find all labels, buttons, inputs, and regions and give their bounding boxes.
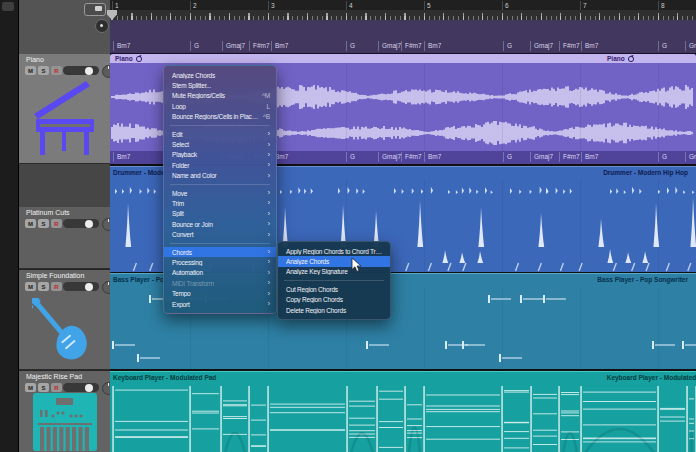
menu-item-bounce-or-join[interactable]: Bounce or Join› — [164, 219, 276, 229]
menu-divider — [170, 184, 270, 185]
menu-item-stem-splitter[interactable]: Stem Splitter... — [164, 80, 276, 90]
menu-item-move[interactable]: Move› — [164, 188, 276, 198]
menu-item-edit[interactable]: Edit› — [164, 129, 276, 139]
track-name: Piano — [26, 56, 44, 63]
menu-item-convert[interactable]: Convert› — [164, 229, 276, 239]
bass-guitar-icon — [32, 298, 98, 368]
volume-knob[interactable] — [85, 283, 93, 291]
menu-item-label: Stem Splitter... — [172, 82, 270, 89]
menu-item-tempo[interactable]: Tempo› — [164, 288, 276, 298]
solo-button[interactable]: S — [38, 219, 49, 228]
track-header-options-button[interactable] — [95, 19, 109, 33]
solo-button[interactable]: S — [38, 282, 49, 291]
menu-item-label: Select — [172, 141, 264, 148]
chord-label: F#m7 — [401, 41, 422, 51]
menu-item-label: Processing — [172, 259, 264, 266]
chord-track[interactable]: Bm7GGmaj7F#m7Bm7GGmaj7F#m7Bm7GGmaj7F#m7B… — [110, 20, 696, 54]
mute-button[interactable]: M — [25, 282, 36, 291]
submenu-item-delete-region-chords[interactable]: Delete Region Chords — [278, 305, 390, 315]
submenu-item-cut-region-chords[interactable]: Cut Region Chords — [278, 284, 390, 294]
volume-knob[interactable] — [85, 67, 93, 75]
menu-item-label: Delete Region Chords — [286, 307, 384, 314]
menu-item-select[interactable]: Select› — [164, 139, 276, 149]
menu-item-bounce-regions-cells-in-place[interactable]: Bounce Regions/Cells in Place...^B — [164, 112, 276, 122]
record-button[interactable]: R — [51, 282, 62, 291]
submenu-arrow-icon: › — [268, 151, 270, 159]
menu-item-automation[interactable]: Automation› — [164, 268, 276, 278]
menu-item-shortcut: L — [267, 103, 270, 110]
menu-item-label: Export — [172, 301, 264, 308]
submenu-item-analyze-chords[interactable]: Analyze Chords — [278, 256, 390, 266]
submenu-arrow-icon: › — [268, 220, 270, 228]
volume-slider[interactable] — [63, 219, 99, 228]
keyboard-region[interactable]: Keyboard Player - Modulated Pad Keyboard… — [110, 371, 696, 452]
submenu-arrow-icon: › — [268, 290, 270, 298]
menu-item-processing[interactable]: Processing› — [164, 257, 276, 267]
track-header-simple-foundation[interactable]: Simple FoundationMSR — [19, 270, 110, 370]
menu-item-shortcut: ^M — [262, 92, 270, 99]
submenu-item-copy-region-chords[interactable]: Copy Region Chords — [278, 295, 390, 305]
pan-tick — [108, 219, 110, 222]
ruler-bar-number: 8 — [658, 1, 665, 10]
logic-pro-arrange-window: PianoMSRPlatinum CutsMSRSimple Foundatio… — [0, 0, 696, 452]
chord-label: Gmaj7 — [378, 41, 401, 51]
ruler-bar-numbers[interactable]: 12345678 — [110, 0, 696, 10]
menu-item-label: Folder — [172, 162, 264, 169]
chord-label: Gmaj7 — [530, 152, 553, 162]
menu-item-name-and-color[interactable]: Name and Color› — [164, 171, 276, 181]
track-controls: MSR — [25, 66, 62, 75]
menu-item-midi-transform[interactable]: MIDI Transform› — [164, 278, 276, 288]
left-rail — [0, 0, 19, 452]
submenu-item-analyze-key-signature[interactable]: Analyze Key Signature — [278, 267, 390, 277]
volume-knob[interactable] — [85, 220, 93, 228]
record-button[interactable]: R — [51, 66, 62, 75]
track-header-piano[interactable]: PianoMSR — [19, 54, 110, 164]
chord-label: Gmaj7 — [378, 152, 401, 162]
piano-region-label: Piano — [115, 54, 143, 63]
menu-item-analyze-chords[interactable]: Analyze Chords — [164, 70, 276, 80]
track-controls: MSR — [25, 282, 62, 291]
track-name: Simple Foundation — [26, 272, 84, 279]
mute-button[interactable]: M — [25, 66, 36, 75]
ruler-bar-number: 3 — [268, 1, 275, 10]
submenu-arrow-icon: › — [268, 172, 270, 180]
track-header-majestic-rise-pad[interactable]: Majestic Rise PadMSR — [19, 371, 110, 452]
track-name: Majestic Rise Pad — [26, 373, 82, 380]
menu-item-mute-regions-cells[interactable]: Mute Regions/Cells^M — [164, 91, 276, 101]
menu-divider — [170, 125, 270, 126]
track-header-platinum-cuts[interactable]: Platinum CutsMSR — [19, 207, 110, 269]
volume-slider[interactable] — [63, 282, 99, 291]
rail-toggle-button[interactable] — [2, 2, 14, 11]
menu-item-playback[interactable]: Playback› — [164, 150, 276, 160]
menu-divider — [284, 280, 384, 281]
submenu-arrow-icon: › — [268, 141, 270, 149]
record-button[interactable]: R — [51, 219, 62, 228]
keyboard-midi-pattern — [110, 372, 696, 452]
chord-label: G — [346, 41, 355, 51]
menu-item-folder[interactable]: Folder› — [164, 160, 276, 170]
pan-knob[interactable] — [102, 218, 110, 231]
chord-label: Gmaj7 — [685, 152, 696, 162]
menu-item-trim[interactable]: Trim› — [164, 198, 276, 208]
solo-button[interactable]: S — [38, 66, 49, 75]
grand-piano-icon — [28, 78, 102, 162]
mute-button[interactable]: M — [25, 219, 36, 228]
pan-knob[interactable] — [102, 281, 110, 294]
volume-slider[interactable] — [63, 66, 99, 75]
menu-item-label: Automation — [172, 269, 264, 276]
header-display-mode-button[interactable] — [84, 3, 106, 16]
menu-item-split[interactable]: Split› — [164, 209, 276, 219]
menu-item-chords[interactable]: Chords› — [164, 247, 276, 257]
pan-knob[interactable] — [102, 382, 110, 395]
menu-item-export[interactable]: Export› — [164, 299, 276, 309]
chord-label: Bm7 — [581, 41, 598, 51]
piano-region-header[interactable]: Piano Piano — [110, 54, 696, 63]
submenu-arrow-icon: › — [268, 161, 270, 169]
chord-label: F#m7 — [559, 41, 580, 51]
ruler-bar-number: 2 — [190, 1, 197, 10]
submenu-arrow-icon: › — [268, 199, 270, 207]
submenu-item-apply-region-chords-to-chord-track[interactable]: Apply Region Chords to Chord Track — [278, 246, 390, 256]
ruler-bar-number: 6 — [502, 1, 509, 10]
menu-item-loop[interactable]: LoopL — [164, 101, 276, 111]
pan-knob[interactable] — [102, 65, 110, 78]
